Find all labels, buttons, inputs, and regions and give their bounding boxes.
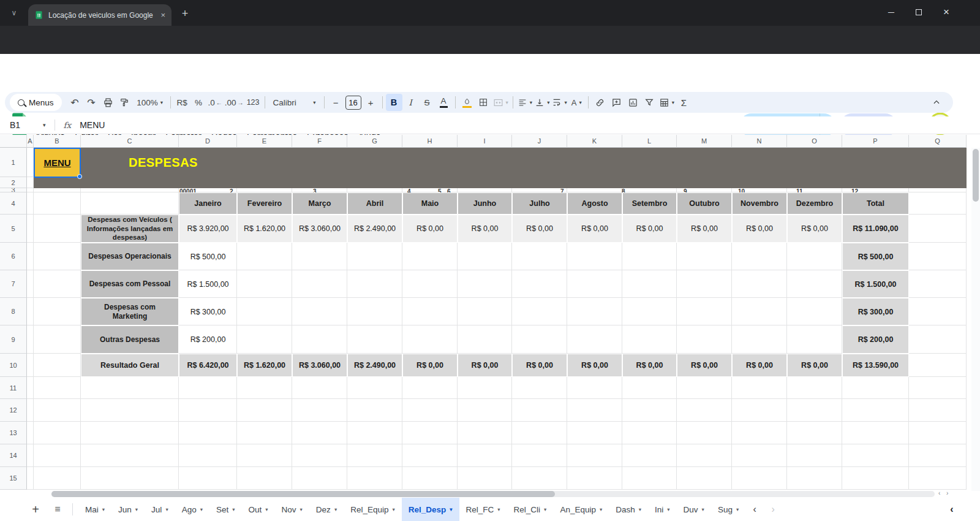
cell-G4[interactable]: Abril (347, 192, 402, 215)
sheet-tab-out[interactable]: Out▾ (242, 498, 275, 521)
cell-O10[interactable]: R$ 0,00 (787, 354, 842, 377)
sheet-tab-dez[interactable]: Dez▾ (309, 498, 344, 521)
hide-menus-chevron-icon[interactable] (928, 94, 944, 111)
cell-E10[interactable]: R$ 1.620,00 (237, 354, 292, 377)
borders-button[interactable] (475, 94, 492, 111)
row-header-6[interactable]: 6 (0, 243, 27, 270)
vertical-scrollbar-thumb[interactable] (973, 149, 979, 202)
cell-D4[interactable]: Janeiro (179, 192, 237, 215)
sheet-tab-caret-icon[interactable]: ▾ (450, 506, 452, 512)
row-header-5[interactable]: 5 (0, 215, 27, 243)
cell-I4[interactable]: Junho (458, 192, 512, 215)
row-header-8[interactable]: 8 (0, 298, 27, 325)
sheet-tab-caret-icon[interactable]: ▾ (702, 506, 704, 512)
sheet-tab-rel_fc[interactable]: Rel_FC▾ (459, 498, 507, 521)
vertical-align-button[interactable]: ▾ (533, 94, 551, 111)
cell-K4[interactable]: Agosto (567, 192, 622, 215)
cell-O4[interactable]: Dezembro (787, 192, 842, 215)
window-close-icon[interactable]: × (936, 2, 957, 22)
horizontal-align-button[interactable]: ▾ (516, 94, 533, 111)
cell-L5[interactable]: R$ 0,00 (622, 215, 677, 243)
cell-H4[interactable]: Maio (402, 192, 458, 215)
sheet-tab-caret-icon[interactable]: ▾ (736, 506, 739, 512)
column-header-J[interactable]: J (512, 135, 567, 148)
sheet-tab-caret-icon[interactable]: ▾ (544, 506, 546, 512)
column-header-O[interactable]: O (787, 135, 842, 148)
merge-cells-button[interactable]: ▾ (492, 94, 510, 111)
cell-F10[interactable]: R$ 3.060,00 (292, 354, 347, 377)
cell-O5[interactable]: R$ 0,00 (787, 215, 842, 243)
undo-button[interactable]: ↶ (67, 94, 83, 111)
insert-comment-button[interactable] (608, 94, 625, 111)
hscroll-right-arrow-icon[interactable]: › (946, 490, 948, 496)
cell-D8[interactable]: R$ 300,00 (179, 298, 237, 325)
sheet-tab-caret-icon[interactable]: ▾ (135, 506, 138, 512)
sheet-tab-caret-icon[interactable]: ▾ (300, 506, 303, 512)
column-header-I[interactable]: I (458, 135, 512, 148)
sheet-tab-set[interactable]: Set▾ (209, 498, 242, 521)
column-header-H[interactable]: H (402, 135, 458, 148)
increase-decimal-button[interactable]: .00→ (224, 94, 245, 111)
sheet-tab-caret-icon[interactable]: ▾ (639, 506, 641, 512)
sheet-tab-caret-icon[interactable]: ▾ (165, 506, 168, 512)
cell-D9[interactable]: R$ 200,00 (179, 325, 237, 354)
more-formats-button[interactable]: 123 (245, 94, 262, 111)
cell-E5[interactable]: R$ 1.620,00 (237, 215, 292, 243)
cell-C5[interactable]: Despesas com Veículos ( Informações lanç… (81, 215, 179, 243)
cell-P5[interactable]: R$ 11.090,00 (842, 215, 909, 243)
column-header-Q[interactable]: Q (909, 135, 967, 148)
sheet-tab-caret-icon[interactable]: ▾ (497, 506, 500, 512)
sheet-tab-ini[interactable]: Ini▾ (648, 498, 677, 521)
tab-strip-scroll-left-icon[interactable]: ‹ (944, 498, 959, 521)
sheet-tab-mai[interactable]: Mai▾ (78, 498, 111, 521)
text-wrap-button[interactable]: ▾ (551, 94, 568, 111)
cell-J10[interactable]: R$ 0,00 (512, 354, 567, 377)
filter-button[interactable] (641, 94, 658, 111)
cell-L10[interactable]: R$ 0,00 (622, 354, 677, 377)
cell-D10[interactable]: R$ 6.420,00 (179, 354, 237, 377)
row-header-11[interactable]: 11 (0, 377, 27, 399)
font-size-input[interactable]: 16 (345, 96, 361, 110)
window-restore-icon[interactable] (908, 2, 929, 22)
cell-H5[interactable]: R$ 0,00 (402, 215, 458, 243)
sheet-tab-rel_desp[interactable]: Rel_Desp▾ (402, 498, 459, 521)
add-sheet-icon[interactable]: + (26, 498, 45, 521)
formula-input[interactable]: MENU (80, 120, 105, 130)
cell-C7[interactable]: Despesas com Pessoal (81, 270, 179, 298)
sheet-tab-dash[interactable]: Dash▾ (609, 498, 648, 521)
column-header-A[interactable]: A (27, 135, 34, 148)
column-header-G[interactable]: G (347, 135, 402, 148)
cell-D6[interactable]: R$ 500,00 (179, 243, 237, 270)
sheet-tab-caret-icon[interactable]: ▾ (265, 506, 268, 512)
cell-G5[interactable]: R$ 2.490,00 (347, 215, 402, 243)
row-header-14[interactable]: 14 (0, 444, 27, 467)
text-color-button[interactable]: A (435, 94, 452, 111)
cell-J5[interactable]: R$ 0,00 (512, 215, 567, 243)
insert-chart-button[interactable] (625, 94, 641, 111)
cell-K10[interactable]: R$ 0,00 (567, 354, 622, 377)
new-tab-icon[interactable]: + (178, 6, 192, 21)
tab-search-icon[interactable]: ∨ (6, 5, 22, 21)
bold-button[interactable]: B (386, 94, 402, 111)
sheet-tab-caret-icon[interactable]: ▾ (102, 506, 105, 512)
cell-M5[interactable]: R$ 0,00 (677, 215, 732, 243)
hscroll-left-arrow-icon[interactable]: ‹ (938, 490, 940, 496)
column-header-D[interactable]: D (179, 135, 237, 148)
cell-I10[interactable]: R$ 0,00 (458, 354, 512, 377)
cell-P8[interactable]: R$ 300,00 (842, 298, 909, 325)
sheet-tab-ago[interactable]: Ago▾ (175, 498, 209, 521)
row-header-9[interactable]: 9 (0, 325, 27, 354)
font-family-select[interactable]: Calibri▾ (268, 94, 321, 111)
column-header-P[interactable]: P (842, 135, 909, 148)
cell-G10[interactable]: R$ 2.490,00 (347, 354, 402, 377)
name-box[interactable]: B1 (0, 120, 43, 130)
row-header-2[interactable]: 2 (0, 177, 27, 188)
cell-N5[interactable]: R$ 0,00 (732, 215, 787, 243)
sheet-tab-an_equip[interactable]: An_Equip▾ (553, 498, 609, 521)
cell-P7[interactable]: R$ 1.500,00 (842, 270, 909, 298)
column-header-B[interactable]: B (34, 135, 81, 148)
text-rotation-button[interactable]: A ▾ (568, 94, 585, 111)
row-header-3[interactable]: 3 (0, 188, 27, 192)
selection-fill-handle[interactable] (77, 174, 82, 179)
sheet-tab-caret-icon[interactable]: ▾ (600, 506, 602, 512)
